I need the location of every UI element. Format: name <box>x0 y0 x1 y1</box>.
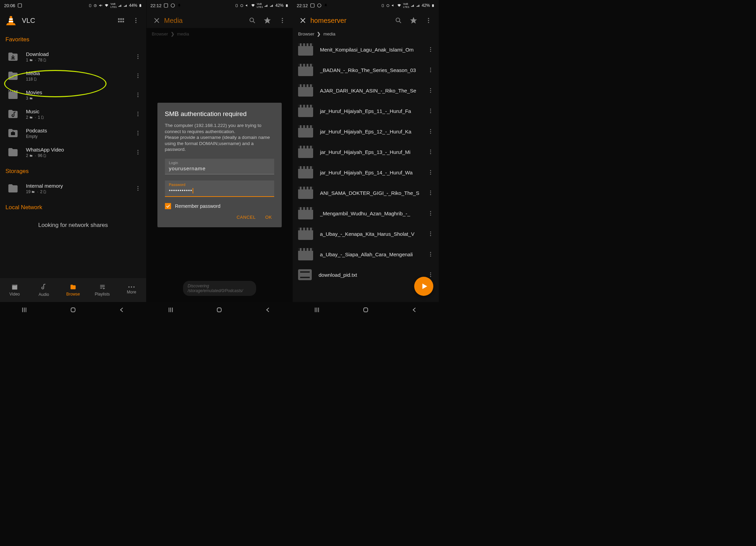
item-more-button[interactable] <box>424 145 437 159</box>
nav-home[interactable] <box>209 306 229 313</box>
android-nav-bar <box>0 302 146 318</box>
favorite-button[interactable] <box>260 13 275 28</box>
favorite-media-smb[interactable]: smb Media 118 <box>0 66 146 85</box>
item-more-button[interactable] <box>424 166 437 179</box>
media-item[interactable]: AJAR_DARI_IKAN_ASIN_-_Riko_The_Se <box>293 80 439 101</box>
svg-point-36 <box>138 114 139 115</box>
svg-rect-64 <box>164 4 168 8</box>
media-item[interactable]: _Mengambil_Wudhu_Azan_Maghrib_-_ <box>293 203 439 224</box>
password-field[interactable]: Password ••••••••••• <box>165 181 274 197</box>
nav-home[interactable] <box>355 306 376 313</box>
media-item[interactable]: jar_Huruf_Hijaiyah_Eps_12_-_Huruf_Ka <box>293 121 439 142</box>
nav-back[interactable] <box>404 306 425 313</box>
dialog-actions: CANCEL OK <box>165 215 274 220</box>
svg-point-96 <box>430 90 431 91</box>
nav-browse[interactable]: Browse <box>58 278 88 302</box>
svg-point-59 <box>134 286 135 288</box>
svg-point-24 <box>138 75 139 76</box>
remember-password-row[interactable]: Remember password <box>165 203 274 209</box>
close-button[interactable] <box>295 13 310 28</box>
media-item[interactable]: jar_Huruf_Hijaiyah_Eps_13_-_Huruf_Mi <box>293 142 439 162</box>
search-button[interactable] <box>245 13 260 28</box>
item-more-button[interactable] <box>131 182 145 195</box>
nav-recents[interactable] <box>160 306 181 313</box>
list-item-label: Media <box>26 70 131 76</box>
overflow-menu-button[interactable] <box>421 13 436 28</box>
svg-rect-61 <box>24 307 25 312</box>
svg-rect-60 <box>22 307 23 312</box>
favorite-movies[interactable]: Movies 3 <box>0 85 146 104</box>
nav-recents[interactable] <box>14 306 34 313</box>
item-more-button[interactable] <box>424 104 437 118</box>
svg-point-105 <box>430 152 431 153</box>
list-item-label: _BADAN_-_Riko_The_Series_Season_03 <box>320 67 424 73</box>
login-field[interactable]: Login yourusername <box>165 159 274 174</box>
nav-home[interactable] <box>63 306 83 313</box>
breadcrumb[interactable]: Browser ❯ media <box>293 30 439 39</box>
grid-view-button[interactable] <box>113 13 128 28</box>
svg-point-72 <box>282 18 283 19</box>
favorite-download[interactable]: Download 1 · 78 <box>0 47 146 66</box>
svg-point-58 <box>131 286 132 288</box>
svg-point-15 <box>135 18 136 19</box>
svg-point-87 <box>428 20 429 21</box>
item-more-button[interactable] <box>424 63 437 77</box>
item-more-button[interactable] <box>131 107 145 121</box>
status-alarm-icon <box>386 3 390 8</box>
item-more-button[interactable] <box>424 125 437 138</box>
item-more-button[interactable] <box>424 247 437 261</box>
remember-checkbox[interactable] <box>165 203 171 209</box>
list-item-sub: 118 <box>26 77 131 82</box>
status-time: 22:12 <box>297 3 308 8</box>
svg-rect-77 <box>172 307 173 312</box>
nav-audio[interactable]: Audio <box>29 278 59 302</box>
media-item[interactable]: a_Ubay_-_Siapa_Allah_Cara_Mengenali <box>293 244 439 264</box>
nav-playlists[interactable]: Playlists <box>88 278 117 302</box>
toolbar-title: homeserver <box>310 17 391 25</box>
overflow-menu-button[interactable] <box>275 13 290 28</box>
item-more-button[interactable] <box>131 50 145 63</box>
item-more-button[interactable] <box>131 145 145 159</box>
cancel-button[interactable]: CANCEL <box>237 215 256 220</box>
nav-more[interactable]: More <box>117 278 146 302</box>
status-battery-pct: 42% <box>275 3 283 8</box>
media-item[interactable]: ANI_SAMA_DOKTER_GIGI_-_Riko_The_S <box>293 183 439 203</box>
item-more-button[interactable] <box>424 206 437 220</box>
favorite-button[interactable] <box>406 13 421 28</box>
play-fab[interactable] <box>414 277 433 296</box>
item-more-button[interactable] <box>424 43 437 56</box>
item-more-button[interactable] <box>424 84 437 97</box>
item-more-button[interactable] <box>131 88 145 102</box>
media-item[interactable]: a_Ubay_-_Kenapa_Kita_Harus_Sholat_V <box>293 224 439 244</box>
favorite-whatsapp-video[interactable]: WhatsApp Video 2 · 96 <box>0 143 146 162</box>
media-item[interactable]: _BADAN_-_Riko_The_Series_Season_03 <box>293 60 439 80</box>
status-signal-1-icon <box>264 3 268 8</box>
svg-point-34 <box>138 96 139 97</box>
item-more-button[interactable] <box>131 126 145 140</box>
list-item-label: jar_Huruf_Hijaiyah_Eps_13_-_Huruf_Mi <box>320 149 424 155</box>
svg-point-47 <box>138 188 139 189</box>
overflow-menu-button[interactable] <box>128 13 143 28</box>
item-more-button[interactable] <box>424 186 437 200</box>
nav-back[interactable] <box>258 306 278 313</box>
favorite-podcasts[interactable]: Podcasts Empty <box>0 124 146 143</box>
nav-video[interactable]: Video <box>0 278 29 302</box>
media-item[interactable]: Menit_Kompilasi_Lagu_Anak_Islami_Om <box>293 39 439 60</box>
nav-back[interactable] <box>112 306 132 313</box>
close-button[interactable] <box>149 13 164 28</box>
media-item[interactable]: jar_Huruf_Hijaiyah_Eps_14_-_Huruf_Wa <box>293 162 439 183</box>
media-item[interactable]: jar_Huruf_Hijaiyah_Eps_11_-_Huruf_Fa <box>293 101 439 121</box>
item-more-button[interactable] <box>424 227 437 241</box>
app-toolbar: Media <box>146 11 293 30</box>
status-signal-1-icon <box>118 3 122 8</box>
list-item-label: ANI_SAMA_DOKTER_GIGI_-_Riko_The_S <box>320 190 424 196</box>
storage-internal[interactable]: Internal memory 19 · 2 <box>0 179 146 198</box>
favorite-music[interactable]: Music 2 · 1 <box>0 104 146 124</box>
svg-point-21 <box>138 58 139 59</box>
ok-button[interactable]: OK <box>265 215 272 220</box>
search-button[interactable] <box>391 13 406 28</box>
svg-point-88 <box>428 22 429 23</box>
nav-recents[interactable] <box>307 306 327 313</box>
item-more-button[interactable] <box>131 69 145 83</box>
media-list: Menit_Kompilasi_Lagu_Anak_Islami_Om_BADA… <box>293 39 439 302</box>
